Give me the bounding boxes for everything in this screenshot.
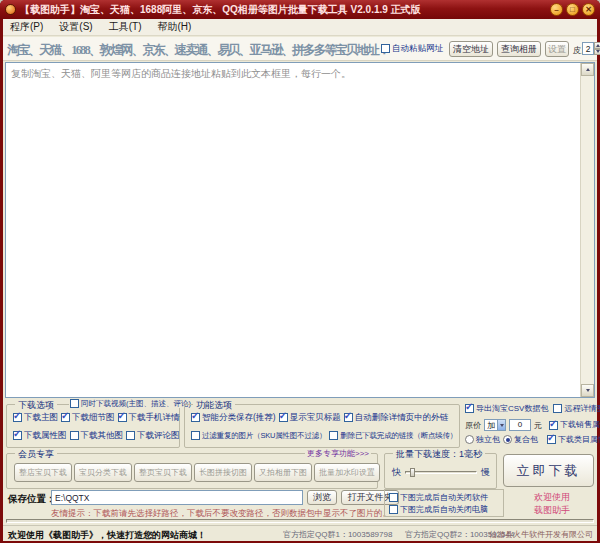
watermark-settings-button[interactable]: 批量加水印设置: [314, 463, 380, 482]
category-download-button[interactable]: 宝贝分类下载: [74, 463, 132, 482]
member-zone-legend: 会员专享: [15, 448, 57, 461]
checkbox-download-detail[interactable]: 下载细节图: [61, 413, 115, 422]
speed-slider[interactable]: [405, 471, 477, 474]
checkbox-box: [191, 413, 200, 422]
checkbox-box: [329, 431, 338, 440]
browse-button[interactable]: 浏览: [307, 490, 337, 505]
checkbox-category-attr[interactable]: 下载类目属性: [547, 435, 600, 444]
welcome-text: 欢迎使用 载图助手: [509, 491, 595, 517]
checkbox-filter-duplicates[interactable]: 过滤重复的图片（SKU属性图不过滤）: [191, 431, 326, 440]
radio-independent-package[interactable]: 独立包: [465, 435, 500, 444]
download-options-group: 下载选项 同时下载视频(主图、描述、评论) 下载主图 下载细节图 下载手机详情 …: [6, 404, 180, 448]
checkbox-smart-save[interactable]: 智能分类保存(推荐): [191, 413, 276, 422]
close-button[interactable]: ✕: [582, 3, 595, 16]
app-window: 【载图助手】淘宝、天猫、1688阿里、京东、QQ相册等图片批量下载工具 V2.0…: [0, 0, 600, 543]
save-path-input[interactable]: [51, 490, 303, 505]
speed-fast-label: 快: [392, 466, 401, 479]
speed-legend: 批量下载速度：1毫秒: [393, 448, 485, 461]
status-bar: 欢迎使用《载图助手》，快速打造您的网站商城！ 官方指定QQ群1：10035897…: [3, 525, 597, 541]
header-title: 淘宝、天猫、1688、敦煌网、京东、速卖通、易贝、亚马逊、拼多多等宝贝地址：: [7, 42, 389, 59]
status-qq-group1: 官方指定QQ群1：1003589798: [283, 529, 392, 540]
checkbox-box: [381, 44, 390, 53]
price-label: 原价: [465, 420, 481, 431]
menubar: 程序(P) 设置(S) 工具(T) 帮助(H): [3, 19, 597, 36]
price-unit: 元: [534, 420, 542, 431]
app-icon: [5, 4, 16, 15]
price-op-select[interactable]: 加: [484, 419, 506, 431]
checkbox-download-mobile[interactable]: 下载手机详情: [118, 413, 180, 422]
checkbox-remote-detail[interactable]: 远程详情图: [553, 404, 600, 413]
client-area: 程序(P) 设置(S) 工具(T) 帮助(H) 淘宝、天猫、1688、敦煌网、京…: [3, 19, 597, 541]
checkbox-download-comment[interactable]: 下载评论图: [126, 431, 180, 440]
checkbox-delete-finished[interactable]: 删除已下载完成的链接（断点续传）: [329, 431, 457, 440]
radio-dot: [465, 435, 474, 444]
progress-bar: [6, 519, 594, 523]
menu-settings[interactable]: 设置(S): [59, 20, 92, 34]
checkbox-box: [13, 413, 22, 422]
checkbox-remove-links[interactable]: 自动删除详情页中的外链: [344, 413, 449, 422]
checkbox-sales-attr[interactable]: 下载销售属性: [549, 421, 600, 430]
window-title: 【载图助手】淘宝、天猫、1688阿里、京东、QQ相册等图片批量下载工具 V2.0…: [20, 3, 550, 17]
checkbox-close-app[interactable]: 下图完成后自动关闭软件: [389, 493, 488, 502]
checkbox-box: [191, 431, 200, 440]
long-image-slice-button[interactable]: 长图拼接切图: [194, 463, 252, 482]
menu-tools[interactable]: 工具(T): [109, 20, 142, 34]
page-download-button[interactable]: 整页宝贝下载: [134, 463, 192, 482]
url-input-area: [5, 62, 595, 398]
header-bar: 淘宝、天猫、1688、敦煌网、京东、速卖通、易贝、亚马逊、拼多多等宝贝地址： 自…: [3, 37, 597, 61]
checkbox-box: [13, 431, 22, 440]
scroll-down-icon[interactable]: [581, 384, 594, 397]
spinner-down-icon[interactable]: [594, 49, 600, 56]
checkbox-export-csv[interactable]: 导出淘宝CSV数据包: [465, 404, 548, 413]
scrollbar-track[interactable]: [580, 63, 594, 397]
checkbox-box: [465, 404, 474, 413]
maximize-button[interactable]: □: [566, 3, 579, 16]
after-download-panel: 下图完成后自动关闭软件 下图完成后自动关闭电脑: [384, 489, 504, 517]
slider-thumb[interactable]: [410, 468, 415, 477]
menu-help[interactable]: 帮助(H): [157, 20, 191, 34]
shop-download-button[interactable]: 整店宝贝下载: [14, 463, 72, 482]
price-input[interactable]: 0: [509, 419, 531, 431]
auto-paste-label: 自动粘贴网址: [392, 44, 443, 53]
query-album-button[interactable]: 查询相册: [497, 41, 541, 57]
download-now-button[interactable]: 立即下载: [503, 454, 594, 487]
checkbox-download-video[interactable]: 同时下载视频(主图、描述、评论): [69, 399, 192, 408]
checkbox-box: [279, 413, 288, 422]
settings-button[interactable]: 设置: [545, 41, 569, 57]
checkbox-download-attr[interactable]: 下载属性图: [13, 431, 67, 440]
export-options: 导出淘宝CSV数据包 远程详情图 原价 加 0 元 下载销售属性 独立包 复合包…: [461, 400, 597, 448]
checkbox-box: [61, 413, 70, 422]
scroll-up-icon[interactable]: [581, 63, 594, 76]
checkbox-box: [553, 404, 562, 413]
speed-slow-label: 慢: [481, 466, 490, 479]
radio-dot: [503, 435, 512, 444]
checkbox-box: [70, 431, 79, 440]
window-titlebar: 【载图助手】淘宝、天猫、1688阿里、京东、QQ相册等图片批量下载工具 V2.0…: [0, 0, 600, 19]
checkbox-download-main[interactable]: 下载主图: [13, 413, 58, 422]
combo-arrow-icon[interactable]: [497, 420, 505, 430]
skin-value[interactable]: 2: [582, 42, 594, 55]
auto-paste-checkbox[interactable]: 自动粘贴网址: [381, 44, 443, 53]
checkbox-close-pc[interactable]: 下图完成后自动关闭电脑: [389, 505, 488, 514]
minimize-button[interactable]: –: [550, 3, 563, 16]
skin-spinner[interactable]: [594, 42, 600, 55]
checkbox-box: [118, 413, 127, 422]
clear-address-button[interactable]: 清空地址: [449, 41, 493, 57]
status-company: 仙游县火牛软件开发有限公司: [489, 529, 593, 540]
save-location-label: 保存位置：: [8, 493, 56, 506]
upyun-album-button[interactable]: 又拍相册下图: [254, 463, 312, 482]
checkbox-box: [126, 431, 135, 440]
checkbox-box: [547, 435, 556, 444]
checkbox-download-other[interactable]: 下载其他图: [70, 431, 124, 440]
speed-group: 批量下载速度：1毫秒 快 慢: [384, 453, 497, 489]
checkbox-show-title[interactable]: 显示宝贝标题: [279, 413, 341, 422]
checkbox-box: [70, 399, 79, 408]
member-zone-group: 会员专享 更多专享功能>>> 整店宝贝下载 宝贝分类下载 整页宝贝下载 长图拼接…: [6, 453, 378, 489]
function-options-group: 功能选项 智能分类保存(推荐) 显示宝贝标题 自动删除详情页中的外链 过滤重复的…: [184, 404, 460, 448]
more-features-link[interactable]: 更多专享功能>>>: [305, 448, 371, 459]
radio-composite-package[interactable]: 复合包: [503, 435, 538, 444]
url-textarea[interactable]: [6, 63, 580, 397]
status-welcome: 欢迎使用《载图助手》，快速打造您的网站商城！: [8, 529, 206, 542]
menu-program[interactable]: 程序(P): [10, 20, 43, 34]
checkbox-box: [549, 421, 558, 430]
